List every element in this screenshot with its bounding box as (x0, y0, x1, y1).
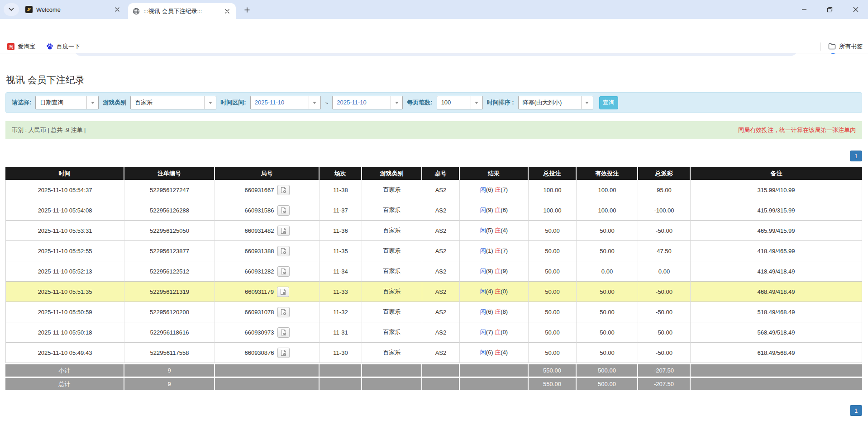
cell-note: 418.49/465.99 (691, 241, 862, 261)
round-id-wrap: 660931078 (215, 307, 319, 317)
cell-payout: 0.00 (638, 261, 691, 282)
cell-total-bet[interactable]: 50.00 (529, 302, 577, 322)
summary-note-text: 同局有效投注，统一计算在该局第一张注单内 (738, 126, 856, 134)
window-close-button[interactable] (849, 4, 863, 15)
cell-total-bet[interactable]: 100.00 (529, 200, 577, 221)
chevron-down-icon (471, 96, 482, 109)
result-player: 闲 (480, 349, 486, 356)
filter-bar: 请选择: 日期查询 游戏类别 百家乐 时间区间: 2025-11-10 ~ 20… (5, 92, 862, 113)
game-type-select[interactable]: 百家乐 (130, 96, 216, 109)
pagination-page-1-bottom[interactable]: 1 (850, 405, 862, 416)
cell-table-no: AS2 (422, 322, 460, 343)
date-to-select[interactable]: 2025-11-10 (332, 96, 403, 109)
grand-total-row: 总计 9 550.00 500.00 -207.50 (5, 377, 862, 390)
round-id-wrap: 660930876 (215, 348, 319, 358)
cell-game-type: 百家乐 (362, 261, 422, 282)
cell-table-no: AS2 (422, 261, 460, 282)
chevron-down-icon (309, 96, 320, 109)
table-row: 2025-11-10 05:51:35522956121319660931179… (5, 282, 862, 302)
cell-game-type: 百家乐 (362, 241, 422, 261)
cell-result: 闲(5) 庄(4) (460, 221, 529, 241)
chevron-down-icon (9, 8, 14, 11)
cell-game-type: 百家乐 (362, 221, 422, 241)
video-record-icon (280, 227, 287, 234)
round-id-wrap: 660931282 (215, 266, 319, 277)
tab-welcome[interactable]: Welcome (21, 0, 126, 19)
query-type-select[interactable]: 日期查询 (35, 96, 99, 109)
per-page-value: 100 (437, 96, 471, 109)
cell-bet-id: 522956125050 (124, 221, 215, 241)
chevron-down-icon (86, 96, 98, 109)
new-tab-button[interactable] (241, 4, 253, 16)
result-player-score: (5) (486, 227, 493, 234)
subtotal-total-bet: 550.00 (529, 363, 577, 377)
cell-payout: -50.00 (638, 322, 691, 343)
total-payout: -207.50 (638, 377, 691, 390)
round-video-button[interactable] (277, 287, 289, 297)
table-row: 2025-11-10 05:54:08522956126288660931586… (5, 200, 862, 221)
result-player: 闲 (480, 186, 486, 193)
minimize-icon (801, 7, 807, 12)
cell-payout: -50.00 (638, 221, 691, 241)
subtotal-label: 小计 (5, 363, 124, 377)
cell-total-bet[interactable]: 50.00 (529, 261, 577, 282)
cell-note: 518.49/468.49 (691, 302, 862, 322)
subtotal-valid-bet: 500.00 (577, 363, 638, 377)
cell-payout: -50.00 (638, 302, 691, 322)
cell-bet-id: 522956123877 (124, 241, 215, 261)
per-page-label: 每页笔数: (407, 99, 432, 107)
date-from-select[interactable]: 2025-11-10 (250, 96, 321, 109)
cell-total-bet[interactable]: 50.00 (529, 282, 577, 302)
cell-round-id: 660931179 (215, 282, 320, 302)
round-id-value: 660930973 (244, 329, 274, 336)
per-page-select[interactable]: 100 (437, 96, 483, 109)
result-banker: 庄 (495, 207, 501, 213)
restore-icon (827, 7, 833, 13)
cell-result: 闲(9) 庄(6) (460, 200, 529, 221)
bookmark-baidu[interactable]: 百度一下 (46, 42, 80, 51)
cell-round-id: 660930973 (215, 322, 320, 343)
round-video-button[interactable] (277, 226, 290, 236)
subtotal-payout: -207.50 (638, 363, 691, 377)
svg-text:淘: 淘 (9, 44, 13, 49)
result-player-score: (4) (486, 288, 493, 295)
round-video-button[interactable] (277, 205, 290, 216)
restore-button[interactable] (823, 4, 836, 15)
table-row: 2025-11-10 05:53:31522956125050660931482… (5, 221, 862, 241)
search-button[interactable]: 查询 (599, 96, 618, 109)
bookmark-aitaobao[interactable]: 淘 爱淘宝 (7, 42, 35, 51)
minimize-button[interactable] (797, 4, 811, 15)
round-video-button[interactable] (277, 307, 290, 317)
cell-total-bet[interactable]: 50.00 (529, 221, 577, 241)
result-player: 闲 (480, 247, 486, 254)
all-bookmarks[interactable]: 所有书签 (820, 42, 863, 51)
tab-search-button[interactable] (4, 3, 19, 16)
round-id-wrap: 660931667 (215, 185, 319, 195)
tab-close-icon[interactable] (223, 7, 231, 15)
tab-close-icon[interactable] (113, 5, 121, 14)
cell-game-type: 百家乐 (362, 322, 422, 343)
round-video-button[interactable] (277, 327, 290, 338)
cell-total-bet[interactable]: 50.00 (529, 241, 577, 261)
tab-betrecord[interactable]: :::视讯 会员下注纪录::: (128, 3, 236, 19)
cell-bet-id: 522956122512 (124, 261, 215, 282)
cell-result: 闲(4) 庄(0) (460, 282, 529, 302)
cell-time: 2025-11-10 05:51:35 (5, 282, 124, 302)
round-video-button[interactable] (277, 185, 290, 195)
pagination-page-1-top[interactable]: 1 (850, 151, 862, 161)
cell-total-bet[interactable]: 100.00 (529, 180, 577, 200)
cell-total-bet[interactable]: 50.00 (529, 322, 577, 343)
round-video-button[interactable] (277, 246, 290, 256)
cell-total-bet[interactable]: 50.00 (529, 343, 577, 363)
game-type-label: 游戏类别 (103, 99, 126, 107)
total-count: 9 (124, 377, 215, 390)
cell-session: 11-37 (320, 200, 362, 221)
browser-toolbar: 66cxkj98.com/ipl/portal.php/game/betreco… (0, 19, 868, 40)
round-video-button[interactable] (277, 348, 290, 358)
cell-note: 315.99/410.99 (691, 180, 862, 200)
select-type-label: 请选择: (12, 99, 31, 107)
sort-select[interactable]: 降幂(由大到小) (518, 96, 593, 109)
result-banker: 庄 (495, 329, 501, 335)
round-video-button[interactable] (277, 266, 290, 277)
round-id-value: 660931179 (245, 288, 274, 295)
